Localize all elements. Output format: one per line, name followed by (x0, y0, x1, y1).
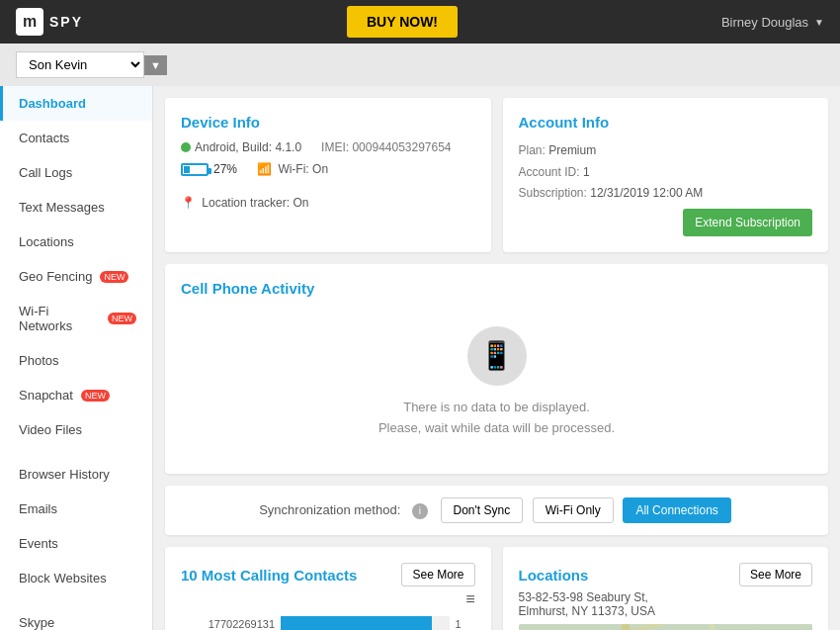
activity-msg-1: There is no data to be displayed. (201, 398, 793, 418)
imei-info: IMEI: 000944053297654 (321, 140, 451, 154)
sidebar-item-photos[interactable]: Photos (0, 343, 152, 378)
wifi-info: 📶 Wi-Fi: On (257, 162, 328, 176)
user-dropdown-arrow: ▼ (814, 17, 824, 28)
sync-label: Synchronization method: (259, 502, 400, 517)
battery-icon (181, 163, 209, 176)
sidebar-item-video-files[interactable]: Video Files (0, 412, 152, 447)
android-status-dot (181, 142, 191, 152)
map-roads (519, 624, 813, 630)
most-calling-card: 10 Most Calling Contacts See More ≡ 1770… (165, 547, 491, 630)
sidebar-item-call-logs[interactable]: Call Logs (0, 155, 152, 190)
sidebar-item-locations[interactable]: Locations (0, 225, 152, 259)
account-info-title: Account Info (519, 114, 813, 131)
user-name: Birney Douglas (721, 15, 808, 30)
plan-value: Premium (548, 143, 596, 157)
sidebar-item-geo-fencing[interactable]: Geo Fencing NEW (0, 259, 152, 294)
cell-phone-activity-card: Cell Phone Activity 📱 There is no data t… (165, 264, 828, 475)
logo-spy-text: SPY (49, 14, 83, 30)
dont-sync-button[interactable]: Don't Sync (441, 497, 524, 523)
sub-header: Son Kevin ▼ (0, 44, 840, 86)
sidebar-item-skype[interactable]: Skype (0, 605, 152, 630)
location-pin-icon: 📍 (181, 196, 196, 210)
device-info-card: Device Info Android, Build: 4.1.0 IMEI: … (165, 98, 491, 252)
wifi-icon: 📶 (257, 162, 272, 176)
header: m SPY BUY NOW! Birney Douglas ▼ (0, 0, 840, 44)
most-calling-see-more-button[interactable]: See More (401, 563, 474, 586)
main-layout: Dashboard Contacts Call Logs Text Messag… (0, 86, 840, 630)
sidebar-item-wifi-networks[interactable]: Wi-Fi Networks NEW (0, 294, 152, 343)
subscription-label: Subscription: (519, 186, 587, 200)
logo-icon: m (16, 8, 43, 36)
profile-select[interactable]: Son Kevin (16, 51, 144, 78)
extend-subscription-button[interactable]: Extend Subscription (683, 209, 812, 236)
bar-label-1: 17702269131 (181, 618, 275, 630)
device-android: Android, Build: 4.1.0 (181, 140, 301, 154)
bar-count-1: 1 (456, 618, 475, 630)
map-preview: Карта Спутник + − (519, 624, 813, 630)
cell-phone-activity-title: Cell Phone Activity (181, 280, 812, 297)
top-cards-row: Device Info Android, Build: 4.1.0 IMEI: … (165, 98, 828, 252)
battery-info: 27% (181, 162, 237, 176)
snapchat-badge: NEW (81, 390, 110, 402)
bar-row-1: 17702269131 1 (181, 616, 475, 630)
account-info-card: Account Info Plan: Premium Account ID: 1… (503, 98, 829, 252)
bar-fill-1 (281, 616, 432, 630)
phone-icon: 📱 (467, 326, 527, 386)
sidebar-item-emails[interactable]: Emails (0, 492, 152, 526)
account-id-label: Account ID: (519, 165, 580, 179)
wifi-only-button[interactable]: Wi-Fi Only (533, 497, 614, 523)
sync-card: Synchronization method: i Don't Sync Wi-… (165, 486, 828, 535)
bar-chart: 17702269131 1 15602225731 1 (181, 616, 475, 630)
most-calling-title: 10 Most Calling Contacts (181, 567, 357, 584)
sidebar-item-block-websites[interactable]: Block Websites (0, 561, 152, 595)
locations-card: Locations See More 53-82-53-98 Seabury S… (503, 547, 829, 630)
sidebar-item-events[interactable]: Events (0, 526, 152, 561)
profile-dropdown-arrow[interactable]: ▼ (144, 55, 167, 75)
account-id-value: 1 (583, 165, 590, 179)
sidebar-item-contacts[interactable]: Contacts (0, 121, 152, 155)
device-info-title: Device Info (181, 114, 475, 131)
main-content: Device Info Android, Build: 4.1.0 IMEI: … (153, 86, 840, 630)
account-info-details: Plan: Premium Account ID: 1 Subscription… (519, 140, 813, 205)
activity-msg-2: Please, wait while data will be processe… (201, 418, 793, 439)
locations-title: Locations (519, 567, 589, 584)
sidebar-item-snapchat[interactable]: Snapchat NEW (0, 378, 152, 412)
plan-label: Plan: (519, 143, 546, 157)
device-stats-row: 27% 📶 Wi-Fi: On 📍 Location tracker: On (181, 162, 475, 210)
device-info-row: Android, Build: 4.1.0 IMEI: 000944053297… (181, 140, 475, 154)
all-connections-button[interactable]: All Connections (623, 497, 730, 523)
location-tracker-info: 📍 Location tracker: On (181, 196, 308, 210)
sync-info-icon[interactable]: i (412, 503, 428, 519)
user-menu[interactable]: Birney Douglas ▼ (721, 15, 824, 30)
locations-see-more-button[interactable]: See More (739, 563, 812, 586)
bottom-cards-row: 10 Most Calling Contacts See More ≡ 1770… (165, 547, 828, 630)
subscription-value: 12/31/2019 12:00 AM (590, 186, 703, 200)
sidebar-item-browser-history[interactable]: Browser History (0, 457, 152, 492)
buy-now-button[interactable]: BUY NOW! (347, 6, 458, 38)
wifi-networks-badge: NEW (108, 313, 136, 324)
activity-empty-state: 📱 There is no data to be displayed. Plea… (181, 307, 812, 459)
sidebar: Dashboard Contacts Call Logs Text Messag… (0, 86, 153, 630)
sidebar-item-dashboard[interactable]: Dashboard (0, 86, 152, 121)
location-address: 53-82-53-98 Seabury St, Elmhurst, NY 113… (519, 590, 813, 618)
bar-container-1 (281, 616, 450, 630)
chart-menu-icon[interactable]: ≡ (181, 590, 475, 608)
sidebar-item-text-messages[interactable]: Text Messages (0, 190, 152, 225)
geo-fencing-badge: NEW (100, 271, 128, 283)
logo: m SPY (16, 8, 83, 36)
